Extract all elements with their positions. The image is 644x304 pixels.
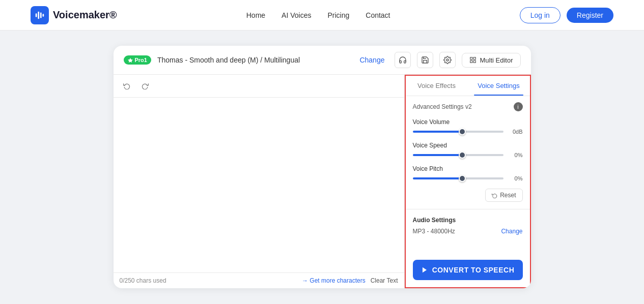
convert-label: CONVERT TO SPEECH xyxy=(432,266,515,274)
voice-speed-slider[interactable] xyxy=(413,154,503,156)
advanced-settings-row: Advanced Settings v2 i xyxy=(413,102,523,111)
voice-speed-value: 0% xyxy=(508,152,523,158)
reset-row: Reset xyxy=(413,189,523,202)
svg-rect-3 xyxy=(43,14,44,17)
navbar: Voicemaker® Home AI Voices Pricing Conta… xyxy=(0,0,644,31)
settings-panel: Advanced Settings v2 i Voice Volume 0dB … xyxy=(406,96,530,255)
audio-change-button[interactable]: Change xyxy=(501,228,522,235)
svg-rect-6 xyxy=(470,57,472,59)
nav-home[interactable]: Home xyxy=(246,11,265,19)
voice-volume-slider[interactable] xyxy=(413,131,503,133)
voice-speed-label: Voice Speed xyxy=(413,142,523,149)
multi-editor-label: Multi Editor xyxy=(480,56,513,64)
chars-used: 0/250 chars used xyxy=(120,277,166,284)
editor-footer: 0/250 chars used → Get more characters C… xyxy=(114,272,404,288)
svg-rect-9 xyxy=(470,60,472,63)
redo-button[interactable] xyxy=(138,79,152,93)
register-button[interactable]: Register xyxy=(567,8,613,23)
svg-rect-1 xyxy=(38,11,39,19)
voice-volume-value: 0dB xyxy=(508,129,523,135)
convert-to-speech-button[interactable]: CONVERT TO SPEECH xyxy=(413,260,523,280)
nav-contact[interactable]: Contact xyxy=(366,11,390,19)
reset-label: Reset xyxy=(500,192,516,199)
save-icon-button[interactable] xyxy=(417,52,433,68)
voice-pitch-label: Voice Pitch xyxy=(413,165,523,172)
svg-rect-8 xyxy=(474,60,476,63)
audio-format-label: MP3 - 48000Hz xyxy=(413,228,455,235)
voice-pitch-value: 0% xyxy=(508,175,523,181)
voice-speed-slider-row: 0% xyxy=(413,152,523,158)
settings-icon-button[interactable] xyxy=(439,52,456,68)
tab-voice-effects[interactable]: Voice Effects xyxy=(406,76,468,96)
reset-button[interactable]: Reset xyxy=(485,189,522,202)
voice-volume-label: Voice Volume xyxy=(413,118,523,126)
svg-rect-0 xyxy=(36,13,37,17)
clear-text-button[interactable]: Clear Text xyxy=(371,277,398,284)
main-content: Pro1 Thomas - Smooth and deep (M) / Mult… xyxy=(0,31,644,303)
undo-button[interactable] xyxy=(120,79,134,93)
nav-pricing[interactable]: Pricing xyxy=(327,11,349,19)
right-panel: Voice Effects Voice Settings Advanced Se… xyxy=(405,75,531,288)
voice-pitch-slider[interactable] xyxy=(413,177,503,179)
advanced-settings-label: Advanced Settings v2 xyxy=(413,103,472,110)
navbar-actions: Log in Register xyxy=(520,7,613,23)
login-button[interactable]: Log in xyxy=(520,7,561,23)
editor-footer-right: → Get more characters Clear Text xyxy=(302,277,398,284)
voice-bar-icons xyxy=(395,52,456,68)
audio-format-row: MP3 - 48000Hz Change xyxy=(413,228,523,235)
voice-bar: Pro1 Thomas - Smooth and deep (M) / Mult… xyxy=(114,46,531,75)
svg-marker-10 xyxy=(423,267,427,273)
voice-volume-group: Voice Volume 0dB xyxy=(413,118,523,135)
svg-point-5 xyxy=(446,59,449,61)
tab-voice-settings[interactable]: Voice Settings xyxy=(468,76,530,96)
app-card: Pro1 Thomas - Smooth and deep (M) / Mult… xyxy=(114,46,531,288)
logo-icon xyxy=(31,6,49,24)
nav-links: Home AI Voices Pricing Contact xyxy=(246,11,390,19)
voice-name: Thomas - Smooth and deep (M) / Multiling… xyxy=(157,56,353,64)
voice-speed-group: Voice Speed 0% xyxy=(413,142,523,158)
svg-rect-7 xyxy=(474,57,476,59)
audio-settings-title: Audio Settings xyxy=(413,217,523,224)
panel-tabs: Voice Effects Voice Settings xyxy=(406,76,530,96)
headphones-icon-button[interactable] xyxy=(395,52,411,68)
voice-volume-slider-row: 0dB xyxy=(413,129,523,135)
logo-text: Voicemaker® xyxy=(53,9,117,21)
logo: Voicemaker® xyxy=(31,6,117,24)
voice-pitch-group: Voice Pitch 0% xyxy=(413,165,523,181)
text-editor: 0/250 chars used → Get more characters C… xyxy=(114,75,405,288)
svg-marker-4 xyxy=(128,58,133,63)
text-input-area[interactable] xyxy=(114,98,404,272)
multi-editor-button[interactable]: Multi Editor xyxy=(462,53,520,68)
get-more-characters-link[interactable]: → Get more characters xyxy=(302,277,366,284)
editor-area: 0/250 chars used → Get more characters C… xyxy=(114,75,531,288)
divider xyxy=(406,209,530,209)
nav-ai-voices[interactable]: AI Voices xyxy=(282,11,311,19)
svg-rect-2 xyxy=(40,12,42,18)
info-icon[interactable]: i xyxy=(514,102,523,111)
pro-badge: Pro1 xyxy=(124,55,151,65)
voice-pitch-slider-row: 0% xyxy=(413,175,523,181)
editor-toolbar xyxy=(114,75,404,98)
audio-settings-section: Audio Settings MP3 - 48000Hz Change xyxy=(413,217,523,235)
convert-section: CONVERT TO SPEECH xyxy=(406,255,530,287)
voice-change-button[interactable]: Change xyxy=(359,56,384,64)
